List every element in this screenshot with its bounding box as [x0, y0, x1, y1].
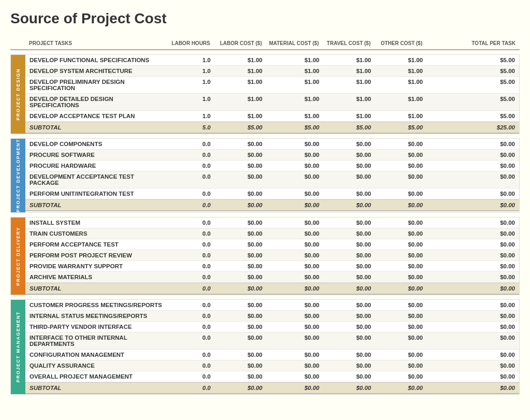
- subtotal-row: Subtotal0.0$0.00$0.00$0.00$0.00$0.00: [25, 382, 519, 394]
- table-row: Develop Detailed Design Specifications1.…: [25, 94, 519, 111]
- table-row: Install System0.0$0.00$0.00$0.00$0.00$0.…: [25, 218, 519, 228]
- section-delivery: PROJECT DELIVERYInstall System0.0$0.00$0…: [10, 217, 520, 295]
- subtotal-row: Subtotal5.0$5.00$5.00$5.00$5.00$25.00: [25, 122, 519, 134]
- table-row: Train Customers0.0$0.00$0.00$0.00$0.00$0…: [25, 228, 519, 239]
- sections-container: PROJECT DESIGNDevelop Functional Specifi…: [10, 50, 520, 395]
- table-row: Third-Party Vendor Interface0.0$0.00$0.0…: [25, 322, 519, 332]
- table-row: Overall Project Management0.0$0.00$0.00$…: [25, 371, 519, 382]
- col-header-total: TOTAL PER TASK: [422, 40, 516, 46]
- table-row: Develop Functional Specifications1.0$1.0…: [25, 55, 519, 66]
- table-row: Quality Assurance0.0$0.00$0.00$0.00$0.00…: [25, 360, 519, 371]
- section-design: PROJECT DESIGNDevelop Functional Specifi…: [10, 54, 520, 134]
- table-row: Internal Status Meetings/Reports0.0$0.00…: [25, 311, 519, 322]
- subtotal-row: Subtotal0.0$0.00$0.00$0.00$0.00$0.00: [25, 199, 519, 211]
- table-row: Interface to Other Internal Departments0…: [25, 332, 519, 350]
- section-label-delivery: PROJECT DELIVERY: [11, 218, 25, 295]
- col-header-material-cost: MATERIAL COST ($): [262, 40, 319, 46]
- table-row: Procure Software0.0$0.00$0.00$0.00$0.00$…: [25, 150, 519, 161]
- col-header-other-cost: OTHER COST ($): [371, 40, 422, 46]
- subtotal-row: Subtotal0.0$0.00$0.00$0.00$0.00$0.00: [25, 283, 519, 295]
- table-row: Procure Hardware0.0$0.00$0.00$0.00$0.00$…: [25, 161, 519, 171]
- col-header-task: PROJECT TASKS: [29, 40, 164, 46]
- table-row: Develop Components0.0$0.00$0.00$0.00$0.0…: [25, 139, 519, 150]
- table-row: Develop Preliminary Design Specification…: [25, 77, 519, 94]
- table-row: Develop System Architecture1.0$1.00$1.00…: [25, 66, 519, 77]
- section-development: PROJECT DEVELOPMENTDevelop Components0.0…: [10, 138, 520, 213]
- table-row: Archive Materials0.0$0.00$0.00$0.00$0.00…: [25, 272, 519, 283]
- table-row: Perform Acceptance Test0.0$0.00$0.00$0.0…: [25, 239, 519, 250]
- table-row: Configuration Management0.0$0.00$0.00$0.…: [25, 350, 519, 360]
- col-header-travel-cost: TRAVEL COST ($): [319, 40, 371, 46]
- table-row: Perform Unit/Integration Test0.0$0.00$0.…: [25, 189, 519, 199]
- col-header-labor-cost: LABOR COST ($): [210, 40, 262, 46]
- section-label-development: PROJECT DEVELOPMENT: [11, 139, 25, 212]
- section-label-design: PROJECT DESIGN: [11, 55, 25, 134]
- section-label-management: PROJECT MANAGEMENT: [11, 300, 25, 394]
- table-row: Development Acceptance Test Package0.0$0…: [25, 171, 519, 189]
- col-header-labor-hours: LABOR HOURS: [164, 40, 210, 46]
- table-row: Provide Warranty Support0.0$0.00$0.00$0.…: [25, 261, 519, 272]
- table-row: Develop Acceptance Test Plan1.0$1.00$1.0…: [25, 111, 519, 122]
- column-headers: PROJECT TASKS LABOR HOURS LABOR COST ($)…: [10, 37, 520, 50]
- page-title: Source of Project Cost: [10, 10, 520, 27]
- table-row: Perform Post Project Review0.0$0.00$0.00…: [25, 250, 519, 261]
- section-management: PROJECT MANAGEMENTCustomer Progress Meet…: [10, 299, 520, 395]
- table-row: Customer Progress Meetings/Reports0.0$0.…: [25, 300, 519, 311]
